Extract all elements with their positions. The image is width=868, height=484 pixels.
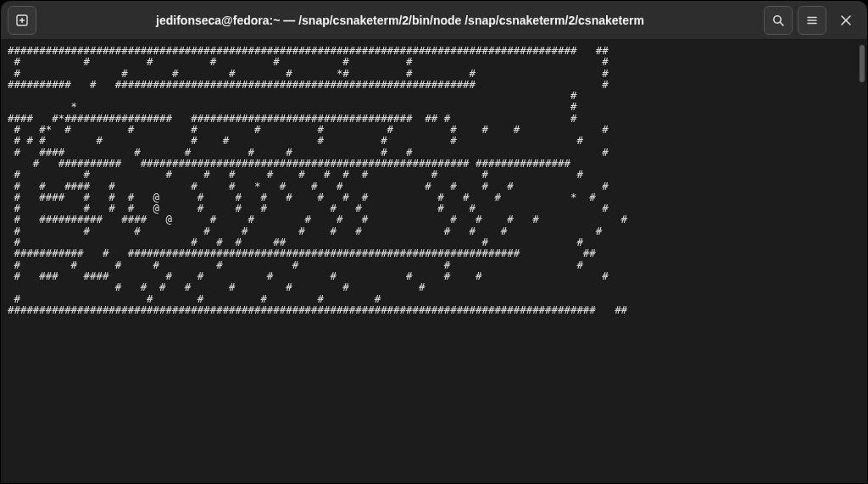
search-button[interactable]	[764, 6, 793, 35]
terminal-window: jedifonseca@fedora:~ — /snap/csnaketerm/…	[0, 0, 868, 484]
scrollbar-thumb[interactable]	[860, 45, 865, 82]
new-tab-button[interactable]	[8, 6, 36, 35]
close-icon	[840, 14, 852, 26]
terminal-output: ########################################…	[8, 45, 855, 315]
new-tab-icon	[15, 14, 29, 27]
hamburger-icon	[805, 14, 819, 27]
search-icon	[771, 14, 785, 27]
terminal-viewport: ########################################…	[1, 40, 867, 483]
titlebar: jedifonseca@fedora:~ — /snap/csnaketerm/…	[1, 1, 867, 40]
svg-line-4	[780, 22, 783, 25]
window-title: jedifonseca@fedora:~ — /snap/csnaketerm/…	[42, 14, 759, 27]
close-button[interactable]	[832, 6, 860, 35]
terminal[interactable]: ########################################…	[8, 45, 855, 476]
menu-button[interactable]	[798, 6, 826, 35]
